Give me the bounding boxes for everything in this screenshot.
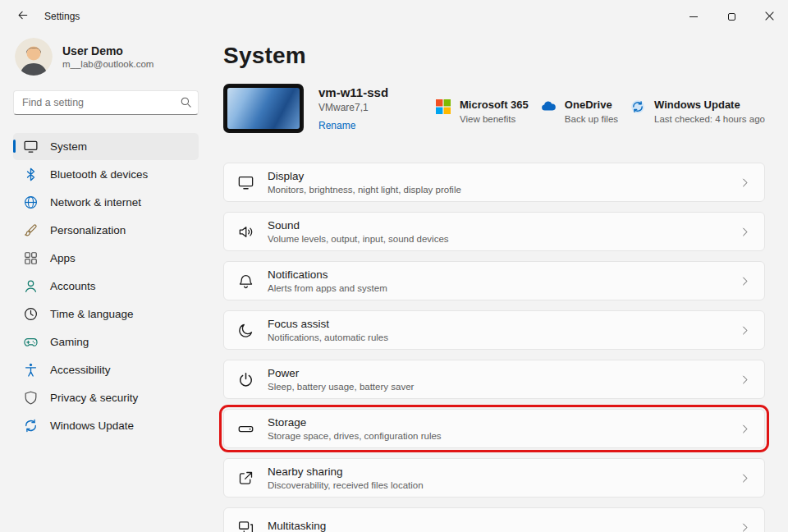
row-text: Focus assist Notifications, automatic ru… — [268, 318, 388, 342]
row-subtitle: Discoverability, received files location — [268, 480, 424, 490]
row-subtitle: Alerts from apps and system — [268, 283, 387, 293]
minimize-button[interactable] — [675, 0, 712, 33]
maximize-button[interactable] — [712, 0, 750, 33]
speaker-icon — [237, 223, 254, 241]
maximize-icon — [728, 13, 735, 21]
bell-icon — [237, 273, 254, 290]
search-input[interactable] — [13, 90, 199, 115]
quick-links: Microsoft 365 View benefits OneDrive Bac… — [435, 94, 765, 124]
chevron-right-icon — [739, 521, 751, 532]
row-title: Notifications — [268, 268, 387, 281]
row-title: Sound — [268, 219, 449, 232]
device-header: vm-w11-ssd VMware7,1 Rename Microsoft 36… — [223, 84, 765, 133]
drive-icon — [237, 420, 254, 438]
sidebar-item-gaming[interactable]: Gaming — [13, 328, 199, 355]
microsoft-logo-icon — [435, 99, 451, 115]
sidebar-item-apps[interactable]: Apps — [13, 245, 199, 272]
sidebar-nav: System Bluetooth & devices Network & int… — [13, 133, 199, 439]
page-title: System — [223, 43, 765, 69]
person-icon — [23, 278, 39, 294]
close-icon — [765, 11, 774, 23]
sidebar-item-windows-update[interactable]: Windows Update — [13, 412, 199, 439]
sidebar-item-label: Gaming — [50, 336, 89, 348]
quick-link-windows-update[interactable]: Windows Update Last checked: 4 hours ago — [630, 94, 765, 124]
sidebar-item-label: Accounts — [50, 280, 96, 292]
row-title: Power — [268, 367, 414, 379]
user-profile[interactable]: User Demo m__lab@outlook.com — [13, 36, 199, 77]
row-title: Display — [268, 170, 461, 182]
user-name: User Demo — [62, 44, 153, 57]
back-arrow-icon — [16, 9, 29, 24]
titlebar: Settings — [0, 0, 788, 33]
sidebar-item-label: System — [50, 140, 87, 153]
bluetooth-icon — [23, 167, 39, 182]
row-subtitle: Storage space, drives, configuration rul… — [268, 431, 442, 441]
sidebar-item-time-language[interactable]: Time & language — [13, 300, 199, 328]
sidebar-item-label: Accessibility — [50, 364, 111, 376]
device-model: VMware7,1 — [318, 102, 425, 113]
sidebar-item-accessibility[interactable]: Accessibility — [13, 356, 199, 383]
onedrive-cloud-icon — [540, 99, 557, 115]
quick-link-text: Windows Update Last checked: 4 hours ago — [654, 99, 765, 124]
row-subtitle: Sleep, battery usage, battery saver — [268, 382, 414, 392]
settings-row-sound[interactable]: Sound Volume levels, output, input, soun… — [223, 212, 765, 251]
update-icon — [630, 99, 646, 115]
shield-icon — [23, 390, 39, 406]
sidebar-item-network-internet[interactable]: Network & internet — [13, 189, 199, 216]
sidebar-item-system[interactable]: System — [13, 133, 199, 160]
settings-list: Display Monitors, brightness, night ligh… — [223, 163, 765, 532]
update-icon — [23, 418, 39, 433]
app-title: Settings — [44, 11, 80, 22]
multitask-icon — [237, 519, 254, 532]
settings-row-power[interactable]: Power Sleep, battery usage, battery save… — [223, 360, 765, 399]
row-title: Focus assist — [268, 318, 388, 330]
device-wallpaper — [227, 88, 300, 129]
sidebar-item-label: Network & internet — [50, 196, 141, 209]
device-image — [223, 84, 304, 133]
sidebar-item-accounts[interactable]: Accounts — [13, 273, 199, 300]
sidebar-item-bluetooth-devices[interactable]: Bluetooth & devices — [13, 161, 199, 188]
sidebar-item-label: Time & language — [50, 308, 134, 320]
rename-link[interactable]: Rename — [318, 120, 355, 131]
sidebar-item-personalization[interactable]: Personalization — [13, 217, 199, 244]
sidebar-item-label: Apps — [50, 252, 76, 264]
monitor-icon — [237, 174, 254, 191]
row-title: Storage — [268, 416, 442, 429]
settings-row-multitasking[interactable]: Multitasking — [223, 507, 765, 532]
share-icon — [237, 470, 254, 487]
chevron-right-icon — [739, 177, 751, 189]
device-name: vm-w11-ssd — [318, 85, 425, 99]
settings-row-nearby-sharing[interactable]: Nearby sharing Discoverability, received… — [223, 458, 765, 498]
row-subtitle: Volume levels, output, input, sound devi… — [268, 234, 449, 244]
row-text: Sound Volume levels, output, input, soun… — [268, 219, 449, 244]
sidebar-item-label: Bluetooth & devices — [50, 168, 148, 181]
sidebar-item-label: Privacy & security — [50, 392, 138, 404]
row-title: Nearby sharing — [268, 466, 424, 478]
close-button[interactable] — [750, 0, 788, 33]
user-text: User Demo m__lab@outlook.com — [62, 44, 153, 69]
sidebar: User Demo m__lab@outlook.com System — [0, 33, 212, 532]
globe-icon — [23, 195, 39, 210]
power-icon — [237, 371, 254, 388]
settings-row-display[interactable]: Display Monitors, brightness, night ligh… — [223, 163, 765, 202]
accessibility-icon — [23, 362, 39, 378]
settings-row-storage[interactable]: Storage Storage space, drives, configura… — [223, 409, 765, 448]
monitor-icon — [23, 139, 39, 154]
user-email: m__lab@outlook.com — [62, 59, 153, 69]
chevron-right-icon — [739, 324, 751, 337]
quick-link-title: OneDrive — [565, 99, 618, 111]
row-text: Power Sleep, battery usage, battery save… — [268, 367, 414, 392]
settings-row-focus-assist[interactable]: Focus assist Notifications, automatic ru… — [223, 310, 765, 350]
search-box — [13, 90, 199, 115]
gamepad-icon — [23, 334, 39, 350]
back-button[interactable] — [7, 3, 38, 30]
quick-link-title: Windows Update — [654, 99, 765, 111]
sidebar-item-privacy-security[interactable]: Privacy & security — [13, 384, 199, 411]
row-subtitle: Notifications, automatic rules — [268, 332, 388, 342]
quick-link-onedrive[interactable]: OneDrive Back up files — [540, 94, 618, 124]
main-panel: System vm-w11-ssd VMware7,1 Rename — [212, 33, 788, 532]
search-icon — [180, 96, 192, 108]
settings-row-notifications[interactable]: Notifications Alerts from apps and syste… — [223, 261, 765, 300]
quick-link-microsoft-365[interactable]: Microsoft 365 View benefits — [435, 94, 529, 124]
chevron-right-icon — [739, 472, 751, 484]
